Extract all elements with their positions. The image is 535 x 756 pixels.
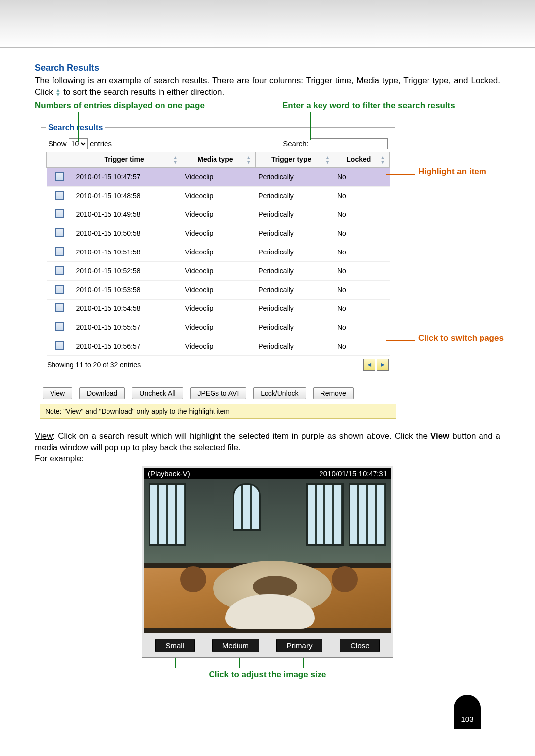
sort-icon: ▲▼ bbox=[246, 155, 251, 164]
cell-media-type: Videoclip bbox=[182, 167, 256, 186]
cell-trigger-type: Periodically bbox=[255, 205, 334, 224]
callout-pages-label: Click to switch pages bbox=[418, 333, 512, 343]
checkbox-icon[interactable] bbox=[55, 341, 64, 350]
callout-line-pages bbox=[386, 340, 415, 341]
checkbox-icon[interactable] bbox=[55, 228, 64, 237]
row-checkbox-cell[interactable] bbox=[47, 167, 73, 186]
row-checkbox-cell[interactable] bbox=[47, 224, 73, 243]
cell-media-type: Videoclip bbox=[182, 318, 256, 337]
jpegs-to-avi-button[interactable]: JPEGs to AVI bbox=[190, 387, 247, 399]
cell-media-type: Videoclip bbox=[182, 243, 256, 261]
table-row[interactable]: 2010-01-15 10:56:57VideoclipPeriodically… bbox=[47, 337, 390, 355]
col-media-type[interactable]: Media type▲▼ bbox=[182, 152, 256, 167]
cell-media-type: Videoclip bbox=[182, 186, 256, 205]
col-trigger-type-label: Trigger type bbox=[271, 155, 311, 163]
cell-trigger-type: Periodically bbox=[255, 243, 334, 261]
search-label: Search: bbox=[283, 139, 309, 147]
checkbox-icon[interactable] bbox=[55, 247, 64, 256]
remove-button[interactable]: Remove bbox=[313, 387, 354, 399]
action-button-row: View Download Uncheck All JPEGs to AVI L… bbox=[40, 387, 396, 399]
sort-icon: ▲▼ bbox=[380, 155, 385, 164]
lock-unlock-button[interactable]: Lock/Unlock bbox=[253, 387, 306, 399]
entries-suffix: entries bbox=[90, 139, 112, 148]
callout-line-highlight bbox=[386, 174, 415, 175]
table-row[interactable]: 2010-01-15 10:49:58VideoclipPeriodically… bbox=[47, 205, 390, 224]
cell-trigger-time: 2010-01-15 10:49:58 bbox=[73, 205, 182, 224]
cell-locked: No bbox=[334, 299, 390, 318]
table-row[interactable]: 2010-01-15 10:47:57VideoclipPeriodically… bbox=[47, 167, 390, 186]
view-button[interactable]: View bbox=[43, 387, 72, 399]
cell-trigger-time: 2010-01-15 10:55:57 bbox=[73, 318, 182, 337]
row-checkbox-cell[interactable] bbox=[47, 280, 73, 299]
row-checkbox-cell[interactable] bbox=[47, 186, 73, 205]
row-checkbox-cell[interactable] bbox=[47, 299, 73, 318]
table-row[interactable]: 2010-01-15 10:48:58VideoclipPeriodically… bbox=[47, 186, 390, 205]
cell-trigger-type: Periodically bbox=[255, 280, 334, 299]
search-input[interactable] bbox=[311, 138, 388, 149]
results-table: Trigger time▲▼ Media type▲▼ Trigger type… bbox=[46, 152, 390, 356]
checkbox-icon[interactable] bbox=[55, 209, 64, 218]
playback-medium-button[interactable]: Medium bbox=[212, 639, 259, 652]
table-row[interactable]: 2010-01-15 10:50:58VideoclipPeriodically… bbox=[47, 224, 390, 243]
checkbox-icon[interactable] bbox=[55, 172, 64, 181]
col-checkbox[interactable] bbox=[47, 152, 73, 167]
uncheck-all-button[interactable]: Uncheck All bbox=[132, 387, 183, 399]
cell-locked: No bbox=[334, 167, 390, 186]
cell-trigger-type: Periodically bbox=[255, 186, 334, 205]
checkbox-icon[interactable] bbox=[55, 322, 64, 331]
cell-media-type: Videoclip bbox=[182, 261, 256, 280]
fieldset-legend: Search results bbox=[46, 123, 105, 132]
cell-trigger-type: Periodically bbox=[255, 224, 334, 243]
row-checkbox-cell[interactable] bbox=[47, 243, 73, 261]
search-results-fieldset: Search results Show 10 entries Search: bbox=[41, 123, 395, 377]
note-bar: Note: "View" and "Download" only apply t… bbox=[40, 404, 396, 419]
col-trigger-type[interactable]: Trigger type▲▼ bbox=[255, 152, 334, 167]
playback-controls: Small Medium Primary Close bbox=[144, 633, 391, 656]
col-locked[interactable]: Locked▲▼ bbox=[334, 152, 390, 167]
table-row[interactable]: 2010-01-15 10:55:57VideoclipPeriodically… bbox=[47, 318, 390, 337]
for-example-label: For example: bbox=[35, 454, 84, 463]
table-row[interactable]: 2010-01-15 10:54:58VideoclipPeriodically… bbox=[47, 299, 390, 318]
col-trigger-time[interactable]: Trigger time▲▼ bbox=[73, 152, 182, 167]
cell-locked: No bbox=[334, 337, 390, 355]
callout-pages-text: Click to switch pages bbox=[418, 333, 504, 343]
cell-trigger-type: Periodically bbox=[255, 261, 334, 280]
sort-icon: ▲▼ bbox=[55, 88, 61, 96]
checkbox-icon[interactable] bbox=[55, 285, 64, 294]
row-checkbox-cell[interactable] bbox=[47, 205, 73, 224]
sort-icon: ▲▼ bbox=[325, 155, 330, 164]
show-entries-control: Show 10 entries bbox=[48, 138, 112, 149]
annot-entries-per-page: Numbers of entries displayed on one page bbox=[35, 101, 205, 110]
cell-media-type: Videoclip bbox=[182, 280, 256, 299]
row-checkbox-cell[interactable] bbox=[47, 337, 73, 355]
callout-highlight-text: Highlight an item bbox=[418, 167, 486, 176]
playback-title-left: (Playback-V) bbox=[148, 469, 190, 478]
annot-line-small bbox=[175, 658, 176, 668]
table-row[interactable]: 2010-01-15 10:52:58VideoclipPeriodically… bbox=[47, 261, 390, 280]
checkbox-icon[interactable] bbox=[55, 191, 64, 200]
cell-trigger-time: 2010-01-15 10:50:58 bbox=[73, 224, 182, 243]
playback-close-button[interactable]: Close bbox=[340, 639, 379, 652]
row-checkbox-cell[interactable] bbox=[47, 318, 73, 337]
cell-locked: No bbox=[334, 205, 390, 224]
cell-trigger-time: 2010-01-15 10:56:57 bbox=[73, 337, 182, 355]
checkbox-icon[interactable] bbox=[55, 266, 64, 275]
cell-media-type: Videoclip bbox=[182, 299, 256, 318]
pager-next[interactable]: ► bbox=[377, 359, 389, 371]
cell-locked: No bbox=[334, 280, 390, 299]
pager-prev[interactable]: ◄ bbox=[363, 359, 375, 371]
playback-small-button[interactable]: Small bbox=[155, 639, 195, 652]
checkbox-icon[interactable] bbox=[55, 303, 64, 312]
cell-locked: No bbox=[334, 243, 390, 261]
search-filter-control: Search: bbox=[283, 138, 388, 149]
table-row[interactable]: 2010-01-15 10:53:58VideoclipPeriodically… bbox=[47, 280, 390, 299]
playback-primary-button[interactable]: Primary bbox=[276, 639, 323, 652]
download-button[interactable]: Download bbox=[79, 387, 125, 399]
playback-scene bbox=[144, 479, 391, 633]
table-row[interactable]: 2010-01-15 10:51:58VideoclipPeriodically… bbox=[47, 243, 390, 261]
playback-window: (Playback-V) 2010/01/15 10:47:31 Small M… bbox=[142, 466, 393, 658]
row-checkbox-cell[interactable] bbox=[47, 261, 73, 280]
cell-trigger-type: Periodically bbox=[255, 337, 334, 355]
annot-adjust-size: Click to adjust the image size bbox=[209, 670, 326, 679]
cell-media-type: Videoclip bbox=[182, 337, 256, 355]
